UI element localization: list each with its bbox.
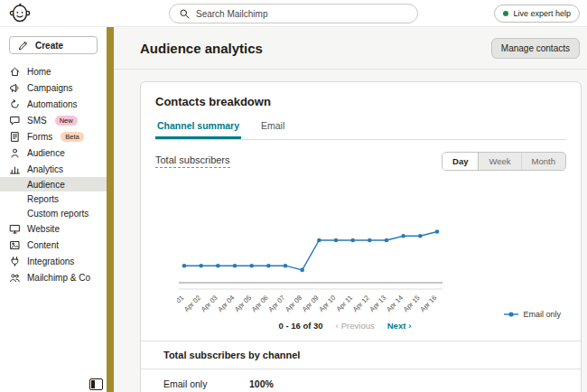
- sidebar-item-content[interactable]: Content: [0, 237, 107, 253]
- line-chart-canvas: Apr 01Apr 02Apr 03Apr 04Apr 05Apr 06Apr …: [177, 174, 475, 317]
- sidebar-item-home[interactable]: Home: [0, 63, 107, 79]
- svg-text:Apr 10: Apr 10: [317, 294, 337, 313]
- topbar: Live expert help: [0, 0, 587, 27]
- live-expert-help-button[interactable]: Live expert help: [494, 5, 580, 23]
- megaphone-icon: [9, 82, 21, 94]
- total-subscribers-label[interactable]: Total subscribers: [155, 154, 230, 168]
- page-header: Audience analytics Manage contacts: [114, 27, 587, 70]
- sidebar-item-website[interactable]: Website: [0, 220, 107, 237]
- sidebar-item-label: Content: [27, 240, 59, 250]
- chart-pagination: 0 - 16 of 30 ‹ Previous Next ›: [155, 321, 535, 331]
- home-icon: [9, 66, 21, 78]
- range-week-button[interactable]: Week: [479, 153, 521, 170]
- sidebar-item-campaigns[interactable]: Campaigns: [0, 79, 107, 96]
- chevron-right-icon: ›: [408, 321, 411, 331]
- metric-row: Total subscribers Day Week Month: [155, 152, 566, 171]
- sidebar-subitem-reports[interactable]: Reports: [0, 191, 107, 206]
- svg-text:Apr 08: Apr 08: [284, 294, 303, 313]
- sidebar-item-label: Custom reports: [27, 209, 89, 219]
- search-icon: [179, 8, 191, 20]
- search-bar[interactable]: [169, 4, 418, 23]
- svg-text:Apr 07: Apr 07: [266, 294, 286, 313]
- svg-text:Apr 13: Apr 13: [368, 294, 387, 313]
- svg-text:Apr 09: Apr 09: [301, 294, 321, 313]
- sidebar-accent-strip: [107, 27, 114, 392]
- page-title: Audience analytics: [140, 41, 263, 56]
- create-button[interactable]: Create: [9, 36, 98, 54]
- breakdown-row: Email only 100%: [155, 369, 566, 392]
- range-toggle: Day Week Month: [442, 152, 566, 171]
- chart-legend: Email only: [504, 310, 561, 319]
- subscribers-line-chart: Apr 01Apr 02Apr 03Apr 04Apr 05Apr 06Apr …: [155, 174, 566, 321]
- svg-text:Apr 03: Apr 03: [200, 294, 219, 313]
- previous-button[interactable]: ‹ Previous: [336, 321, 375, 331]
- plug-icon: [9, 256, 21, 267]
- breakdown-title: Total subscribers by channel: [155, 341, 566, 369]
- sidebar-subitem-custom-reports[interactable]: Custom reports: [0, 206, 107, 220]
- people-icon: [9, 272, 21, 284]
- image-icon: [9, 239, 21, 251]
- legend-label: Email only: [523, 310, 561, 319]
- sidebar-item-label: Forms: [27, 132, 52, 142]
- main-content: Audience analytics Manage contacts Conta…: [114, 27, 587, 392]
- document-icon: [9, 131, 21, 143]
- sidebar: Create Home Campaigns Automations SMS Ne…: [0, 27, 107, 392]
- help-label: Live expert help: [513, 9, 571, 18]
- sidebar-item-integrations[interactable]: Integrations: [0, 253, 107, 269]
- sidebar-item-audience[interactable]: Audience: [0, 145, 107, 161]
- sidebar-item-label: Reports: [27, 194, 59, 204]
- sidebar-item-label: Integrations: [27, 257, 74, 266]
- card-title: Contacts breakdown: [155, 95, 566, 108]
- tab-channel-summary[interactable]: Channel summary: [155, 120, 241, 139]
- sidebar-item-label: Audience: [27, 180, 65, 190]
- online-status-dot: [503, 11, 508, 16]
- svg-text:Apr 16: Apr 16: [418, 294, 438, 313]
- range-month-button[interactable]: Month: [522, 153, 565, 170]
- manage-contacts-button[interactable]: Manage contacts: [491, 38, 580, 59]
- sidebar-item-sms[interactable]: SMS New: [0, 112, 107, 128]
- create-label: Create: [35, 41, 63, 51]
- collapse-nav-button[interactable]: [89, 378, 103, 390]
- svg-text:Apr 06: Apr 06: [250, 294, 270, 313]
- channel-percent: 100%: [249, 378, 274, 389]
- pagination-range: 0 - 16 of 30: [278, 321, 322, 331]
- person-icon: [9, 147, 21, 159]
- sidebar-item-label: Automations: [27, 99, 78, 109]
- range-day-button[interactable]: Day: [443, 153, 479, 170]
- sidebar-item-label: Website: [27, 224, 60, 234]
- beta-badge: Beta: [61, 132, 83, 142]
- svg-text:Apr 15: Apr 15: [402, 294, 422, 313]
- next-label: Next: [387, 321, 406, 331]
- previous-label: Previous: [341, 321, 375, 331]
- svg-text:Apr 05: Apr 05: [233, 294, 253, 313]
- chat-bubble-icon: [9, 115, 21, 126]
- new-badge: New: [55, 116, 78, 126]
- sidebar-item-automations[interactable]: Automations: [0, 96, 107, 112]
- monitor-icon: [9, 223, 21, 235]
- search-input[interactable]: [196, 9, 408, 19]
- legend-dot-icon: [504, 311, 518, 318]
- svg-text:Apr 14: Apr 14: [385, 294, 405, 313]
- contacts-breakdown-card: Contacts breakdown Channel summary Email…: [140, 81, 582, 392]
- next-button[interactable]: Next ›: [387, 321, 412, 331]
- tab-email[interactable]: Email: [259, 120, 286, 139]
- bar-chart-icon: [9, 163, 21, 175]
- card-tabs: Channel summary Email: [155, 120, 566, 140]
- automations-icon: [9, 98, 21, 110]
- svg-text:Apr 04: Apr 04: [216, 294, 236, 313]
- sidebar-item-label: Audience: [27, 148, 65, 158]
- sidebar-item-analytics[interactable]: Analytics: [0, 161, 107, 177]
- sidebar-item-forms[interactable]: Forms Beta: [0, 128, 107, 145]
- chevron-left-icon: ‹: [336, 321, 339, 331]
- mailchimp-logo[interactable]: [9, 3, 31, 24]
- sidebar-item-label: Home: [27, 67, 51, 77]
- sidebar-item-label: Campaigns: [27, 83, 73, 93]
- sidebar-subitem-audience[interactable]: Audience: [0, 177, 107, 191]
- svg-text:Apr 12: Apr 12: [351, 294, 371, 313]
- sidebar-item-mailchimp-co[interactable]: Mailchimp & Co: [0, 269, 107, 285]
- svg-text:Apr 02: Apr 02: [182, 294, 202, 313]
- sidebar-item-label: SMS: [27, 116, 47, 126]
- sidebar-item-label: Analytics: [27, 164, 63, 174]
- sidebar-item-label: Mailchimp & Co: [27, 273, 90, 283]
- channel-name: Email only: [163, 378, 249, 389]
